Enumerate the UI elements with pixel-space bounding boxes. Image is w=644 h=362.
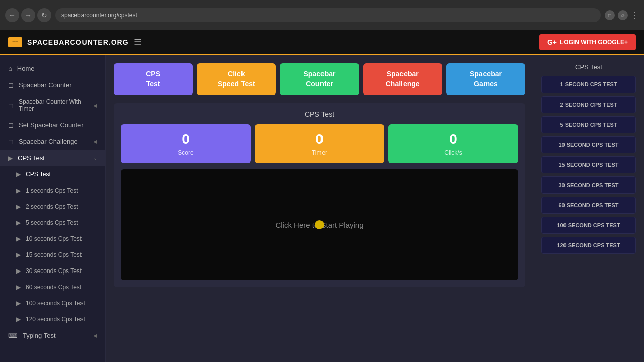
sidebar-item-120sec-cps[interactable]: ▶ 120 seconds Cps Test bbox=[0, 311, 105, 327]
sidebar-item-15sec-cps[interactable]: ▶ 15 seconds Cps Test bbox=[0, 247, 105, 263]
sidebar-item-5sec-cps[interactable]: ▶ 5 seconds Cps Test bbox=[0, 215, 105, 231]
sidebar-item-2sec-cps[interactable]: ▶ 2 seconds Cps Test bbox=[0, 199, 105, 215]
link-60sec-cps[interactable]: 60 SECOND CPS TEST bbox=[541, 197, 636, 214]
link-15sec-cps[interactable]: 15 SECOND CPS TEST bbox=[541, 156, 636, 173]
timer-card: 0 Timer bbox=[255, 124, 384, 163]
sidebar-item-label: Spacebar Counter With Timer bbox=[19, 98, 88, 112]
sidebar-item-label: Spacebar Counter bbox=[19, 81, 72, 89]
link-100sec-cps[interactable]: 100 SECOND CPS TEST bbox=[541, 217, 636, 234]
nav-card-spacebar-games[interactable]: SpacebarGames bbox=[446, 63, 525, 95]
cps-test-icon: ▶ bbox=[8, 155, 13, 162]
more-menu-icon[interactable]: ⋮ bbox=[631, 11, 639, 20]
cps-test-title: CPS Test bbox=[121, 110, 518, 118]
right-panel-title: CPS Test bbox=[541, 63, 636, 71]
spacebar-counter-timer-icon: ◻ bbox=[8, 102, 14, 109]
sidebar-item-10sec-cps[interactable]: ▶ 10 seconds Cps Test bbox=[0, 231, 105, 247]
sidebar-item-spacebar-counter-timer[interactable]: ◻ Spacebar Counter With Timer ◀ bbox=[0, 94, 105, 117]
sidebar-item-1sec-cps[interactable]: ▶ 1 seconds Cps Test bbox=[0, 183, 105, 199]
link-10sec-cps[interactable]: 10 SECOND CPS TEST bbox=[541, 136, 636, 153]
1sec-cps-icon: ▶ bbox=[16, 187, 21, 194]
sidebar-item-label: CPS Test bbox=[26, 171, 51, 178]
sidebar-item-spacebar-counter[interactable]: ◻ Spacebar Counter bbox=[0, 77, 105, 94]
site-name: SPACEBARCOUNTER.ORG bbox=[27, 38, 129, 46]
sidebar-item-label: 2 seconds Cps Test bbox=[26, 203, 78, 210]
hamburger-icon[interactable]: ☰ bbox=[134, 37, 142, 48]
clicks-per-sec-value: 0 bbox=[395, 131, 511, 147]
nav-card-label: ClickSpeed Test bbox=[218, 70, 255, 88]
sidebar-item-set-spacebar-counter[interactable]: ◻ Set Spacebar Counter bbox=[0, 117, 105, 133]
sidebar-item-spacebar-challenge[interactable]: ◻ Spacebar Challenge ◀ bbox=[0, 133, 105, 150]
home-icon: ⌂ bbox=[8, 65, 12, 72]
link-1sec-cps[interactable]: 1 SECOND CPS TEST bbox=[541, 76, 636, 93]
cps-test-section: CPS Test 0 Score 0 Timer 0 Click/s Click… bbox=[114, 103, 525, 287]
sidebar-item-100sec-cps[interactable]: ▶ 100 seconds Cps Test bbox=[0, 295, 105, 311]
sidebar-item-label: 15 seconds Cps Test bbox=[26, 251, 82, 258]
right-panel: CPS Test 1 SECOND CPS TEST 2 SECOND CPS … bbox=[533, 55, 644, 362]
link-120sec-cps[interactable]: 120 SECOND CPS TEST bbox=[541, 237, 636, 254]
arrow-icon: ◀ bbox=[93, 103, 97, 108]
set-spacebar-icon: ◻ bbox=[8, 121, 14, 129]
arrow-icon: ⌄ bbox=[93, 155, 97, 161]
sidebar-item-30sec-cps[interactable]: ▶ 30 seconds Cps Test bbox=[0, 263, 105, 279]
arrow-icon: ◀ bbox=[93, 333, 97, 338]
back-button[interactable]: ← bbox=[5, 8, 19, 22]
nav-card-click-speed-test[interactable]: ClickSpeed Test bbox=[197, 63, 276, 95]
sidebar-item-label: 100 seconds Cps Test bbox=[26, 300, 85, 307]
cps-test-sub-icon: ▶ bbox=[16, 171, 21, 178]
typing-test-icon: ⌨ bbox=[8, 332, 18, 339]
nav-card-cps-test[interactable]: CPSTest bbox=[114, 63, 193, 95]
arrow-icon: ◀ bbox=[93, 139, 97, 144]
stats-row: 0 Score 0 Timer 0 Click/s bbox=[121, 124, 518, 163]
main-layout: ⌂ Home ◻ Spacebar Counter ◻ Spacebar Cou… bbox=[0, 55, 644, 362]
site-logo: ≡≡ SPACEBARCOUNTER.ORG ☰ bbox=[8, 37, 142, 48]
nav-card-label: SpacebarChallenge bbox=[386, 70, 420, 88]
browser-chrome: ← → ↻ □ ☺ ⋮ bbox=[0, 0, 644, 30]
sidebar-item-cps-test[interactable]: ▶ CPS Test ⌄ bbox=[0, 150, 105, 166]
spacebar-counter-icon: ◻ bbox=[8, 81, 14, 89]
click-area[interactable]: Click Here to Start Playing bbox=[121, 169, 518, 280]
link-2sec-cps[interactable]: 2 SECOND CPS TEST bbox=[541, 96, 636, 113]
2sec-cps-icon: ▶ bbox=[16, 203, 21, 210]
120sec-cps-icon: ▶ bbox=[16, 316, 21, 323]
score-label: Score bbox=[128, 149, 244, 156]
forward-button[interactable]: → bbox=[21, 8, 35, 22]
sidebar-item-home[interactable]: ⌂ Home bbox=[0, 60, 105, 77]
login-button[interactable]: G+ LOGIN WITH GOOGLE+ bbox=[539, 34, 636, 50]
sidebar-item-label: 5 seconds Cps Test bbox=[26, 219, 78, 226]
clicks-per-sec-label: Click/s bbox=[395, 149, 511, 156]
timer-value: 0 bbox=[262, 131, 377, 147]
bookmark-icon[interactable]: □ bbox=[605, 10, 615, 20]
nav-card-spacebar-counter[interactable]: SpacebarCounter bbox=[280, 63, 359, 95]
nav-card-label: CPSTest bbox=[146, 70, 160, 88]
nav-card-label: SpacebarCounter bbox=[303, 70, 335, 88]
sidebar: ⌂ Home ◻ Spacebar Counter ◻ Spacebar Cou… bbox=[0, 55, 106, 362]
sidebar-item-label: 60 seconds Cps Test bbox=[26, 284, 82, 291]
nav-cards: CPSTest ClickSpeed Test SpacebarCounter … bbox=[114, 63, 525, 95]
browser-nav-buttons: ← → ↻ bbox=[5, 8, 51, 22]
sidebar-item-label: Spacebar Challenge bbox=[19, 138, 78, 145]
score-card: 0 Score bbox=[121, 124, 251, 163]
sidebar-item-label: Typing Test bbox=[23, 332, 56, 339]
sidebar-item-cps-test-sub[interactable]: ▶ CPS Test bbox=[0, 166, 105, 183]
10sec-cps-icon: ▶ bbox=[16, 235, 21, 242]
link-5sec-cps[interactable]: 5 SECOND CPS TEST bbox=[541, 116, 636, 133]
sidebar-item-label: 120 seconds Cps Test bbox=[26, 316, 85, 323]
timer-label: Timer bbox=[262, 149, 377, 156]
sidebar-item-typing-test[interactable]: ⌨ Typing Test ◀ bbox=[0, 327, 105, 344]
100sec-cps-icon: ▶ bbox=[16, 300, 21, 307]
link-30sec-cps[interactable]: 30 SECOND CPS TEST bbox=[541, 176, 636, 194]
logo-symbol: ≡≡ bbox=[12, 39, 18, 45]
address-bar[interactable] bbox=[55, 8, 601, 22]
nav-card-spacebar-challenge[interactable]: SpacebarChallenge bbox=[363, 63, 442, 95]
user-icon[interactable]: ☺ bbox=[618, 10, 628, 20]
cursor-dot bbox=[315, 220, 324, 229]
score-value: 0 bbox=[128, 131, 244, 147]
refresh-button[interactable]: ↻ bbox=[37, 8, 51, 22]
sidebar-item-60sec-cps[interactable]: ▶ 60 seconds Cps Test bbox=[0, 279, 105, 295]
30sec-cps-icon: ▶ bbox=[16, 267, 21, 275]
spacebar-challenge-icon: ◻ bbox=[8, 138, 14, 145]
sidebar-item-label: 10 seconds Cps Test bbox=[26, 235, 82, 242]
60sec-cps-icon: ▶ bbox=[16, 284, 21, 291]
nav-card-label: SpacebarGames bbox=[470, 70, 502, 88]
content-area: CPSTest ClickSpeed Test SpacebarCounter … bbox=[106, 55, 533, 362]
